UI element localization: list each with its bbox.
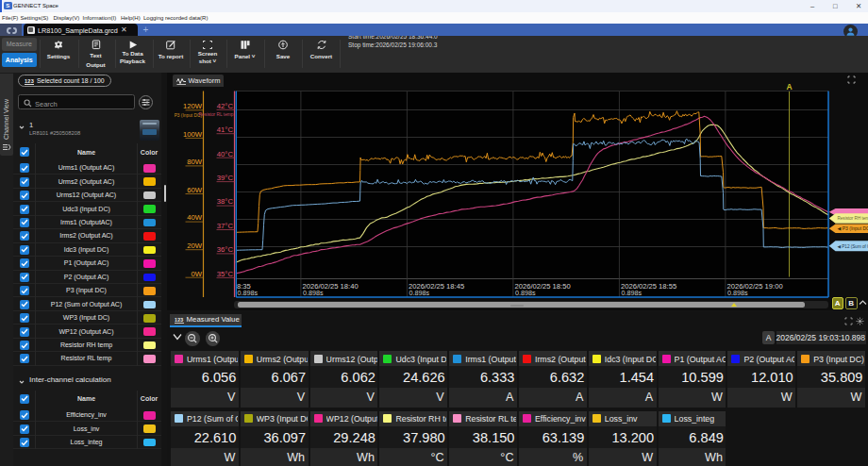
svg-text:60W: 60W — [187, 185, 203, 193]
svg-text:0W: 0W — [191, 269, 202, 277]
svg-text:42°C: 42°C — [216, 101, 233, 109]
svg-text:80W: 80W — [187, 158, 203, 166]
svg-text:38°C: 38°C — [216, 197, 233, 206]
svg-text:◀ P12 (Sum of Outp: ◀ P12 (Sum of Outp — [837, 243, 868, 248]
svg-text:20W: 20W — [187, 241, 203, 250]
svg-text:39°C: 39°C — [216, 173, 233, 181]
svg-text:A: A — [786, 81, 792, 91]
svg-text:35°C: 35°C — [216, 269, 233, 277]
svg-text:0.898s: 0.898s — [409, 289, 429, 297]
svg-text:120W: 120W — [182, 102, 202, 110]
svg-text:0.898s: 0.898s — [303, 289, 324, 297]
svg-text:40W: 40W — [187, 213, 203, 222]
svg-text:100W: 100W — [182, 129, 202, 138]
svg-text:41°C: 41°C — [216, 125, 233, 134]
svg-text:Resistor RL temp: Resistor RL temp — [198, 112, 233, 117]
svg-text:0.898s: 0.898s — [727, 289, 748, 297]
svg-text:36°C: 36°C — [216, 245, 233, 254]
svg-text:0.898s: 0.898s — [621, 289, 642, 297]
svg-text:37°C: 37°C — [216, 221, 233, 229]
svg-text:◀ P3 (Input DC): ◀ P3 (Input DC) — [837, 225, 868, 231]
svg-text:Resistor RH temp: Resistor RH temp — [837, 216, 868, 221]
svg-text:0.898s: 0.898s — [237, 289, 258, 297]
svg-text:40°C: 40°C — [216, 149, 233, 158]
svg-text:0.898s: 0.898s — [515, 289, 536, 297]
